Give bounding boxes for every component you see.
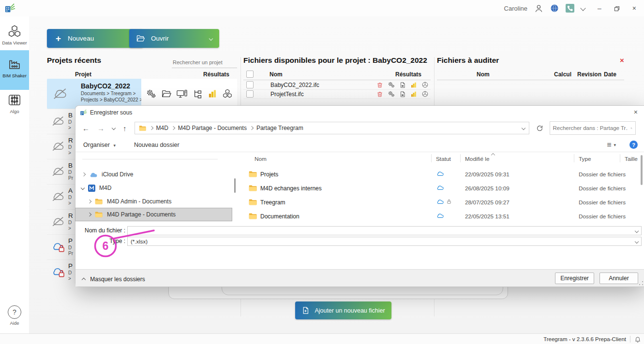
nav-forward-icon[interactable]: → — [97, 124, 105, 132]
project-search-input[interactable] — [172, 59, 242, 66]
report-file-icon[interactable] — [399, 91, 406, 98]
folder-icon — [95, 211, 103, 218]
breadcrumb-segment[interactable]: Partage Treegram — [256, 125, 303, 131]
organiser-button[interactable]: Organiser ▾ — [83, 142, 116, 148]
viewer-3d-icon[interactable] — [421, 81, 429, 88]
list-row-m4d-echanges[interactable]: M4D echanges internes 26/08/2025 10:09 D… — [241, 181, 644, 195]
workstation-icon[interactable] — [176, 88, 188, 99]
tree-item-m4d[interactable]: M4D — [75, 181, 243, 195]
col-modifie[interactable]: Modifié le — [465, 156, 490, 162]
filename-input[interactable] — [128, 227, 635, 234]
project-path-fragment: D — [68, 144, 73, 150]
ouvrir-button[interactable]: Ouvrir — [129, 29, 219, 48]
tree-item-icloud[interactable]: iCloud Drive — [75, 168, 244, 181]
tree-scrollbar[interactable] — [234, 178, 236, 193]
add-file-button[interactable]: Ajouter un nouveau fichier — [295, 301, 391, 319]
project-initial: B — [68, 112, 73, 119]
row-modified: 22/09/2025 09:31 — [465, 171, 509, 178]
bell-icon[interactable] — [634, 336, 641, 343]
minimize-button[interactable]: – — [595, 4, 604, 12]
file-row[interactable]: BabyCO2_2022.ifc — [243, 80, 431, 90]
sidebar-item-algo[interactable]: Algo — [0, 88, 29, 123]
expander-icon[interactable] — [81, 186, 85, 190]
cubes-icon[interactable] — [222, 88, 233, 99]
search-icon — [630, 125, 632, 131]
breadcrumb-segment[interactable]: M4D Partage - Documents — [178, 125, 247, 131]
folder-icon — [249, 213, 257, 220]
project-path-fragment: D — [68, 270, 73, 276]
breadcrumb-separator — [149, 126, 153, 130]
viewer-3d-icon[interactable] — [421, 90, 429, 98]
delete-trash-icon[interactable] — [376, 91, 383, 98]
col-type[interactable]: Type — [579, 156, 591, 162]
close-button[interactable]: × — [629, 4, 639, 12]
col-nom[interactable]: Nom — [255, 156, 267, 162]
combo-dropdown-icon[interactable] — [635, 239, 639, 243]
sidebar-item-aide[interactable]: ? Aide — [0, 305, 29, 333]
nav-history-icon[interactable] — [112, 126, 116, 130]
hierarchy-icon[interactable] — [193, 88, 203, 99]
results-chart-icon[interactable] — [410, 82, 417, 88]
col-statut[interactable]: Statut — [436, 156, 451, 162]
list-row-projets[interactable]: Projets 22/09/2025 09:31 Dossier de fich… — [241, 167, 644, 181]
help-icon[interactable]: ? — [629, 141, 638, 149]
app-logo-icon — [80, 109, 87, 116]
row-checkbox[interactable] — [246, 90, 254, 98]
hide-folders-button[interactable]: Masquer les dossiers — [82, 276, 145, 283]
abacus-icon — [7, 93, 22, 107]
user-icon[interactable] — [534, 4, 543, 13]
close-panel-icon[interactable]: × — [620, 56, 624, 64]
settings-gears-icon[interactable] — [146, 88, 156, 99]
list-row-treegram[interactable]: Treegram 28/07/2025 09:27 Dossier de fic… — [241, 195, 644, 209]
folder-icon — [249, 171, 257, 178]
phone-icon[interactable] — [566, 4, 574, 13]
open-folder-icon[interactable] — [161, 88, 172, 99]
cloud-offline-icon — [51, 191, 65, 202]
dialog-search-input[interactable] — [550, 125, 630, 131]
filetype-field[interactable]: (*.xlsx) — [127, 237, 642, 246]
project-search[interactable] — [172, 57, 237, 68]
chevron-down-icon[interactable]: ▾ — [614, 143, 616, 147]
sidebar-item-data-viewer[interactable]: Data Viewer — [0, 22, 29, 54]
sidebar-item-bim-shaker[interactable]: BIM Shaker — [0, 50, 29, 90]
filename-field[interactable] — [127, 226, 642, 235]
col-taille[interactable]: Taille — [625, 156, 638, 162]
view-list-icon[interactable]: ≡ — [607, 141, 611, 149]
nav-back-icon[interactable]: ← — [82, 124, 90, 132]
new-folder-button[interactable]: Nouveau dossier — [134, 142, 180, 148]
combo-dropdown-icon[interactable] — [635, 229, 639, 232]
project-initial: B — [68, 162, 73, 170]
refresh-icon[interactable] — [536, 125, 543, 132]
resize-grip[interactable] — [639, 281, 644, 286]
list-scrollbar[interactable] — [641, 155, 643, 185]
row-checkbox[interactable] — [246, 81, 254, 88]
expander-icon[interactable] — [88, 213, 91, 216]
breadcrumb[interactable]: M4D M4D Partage - Documents Partage Tree… — [135, 122, 529, 134]
project-path-fragment: > — [68, 201, 73, 206]
save-button[interactable]: Enregistrer — [555, 272, 594, 284]
breadcrumb-segment[interactable]: M4D — [156, 125, 168, 131]
expander-icon[interactable] — [88, 200, 91, 203]
settings-gears-icon[interactable] — [388, 90, 395, 98]
settings-gears-icon[interactable] — [388, 81, 395, 88]
globe-icon[interactable] — [550, 4, 559, 13]
list-row-documentation[interactable]: Documentation 22/05/2025 13:51 Dossier d… — [241, 209, 644, 223]
nav-up-icon[interactable]: ↑ — [123, 124, 127, 132]
results-chart-icon[interactable] — [208, 89, 217, 99]
project-row-selected[interactable]: BabyCO2_2022 Documents > Treegram > Proj… — [47, 79, 237, 109]
row-name: Projets — [260, 171, 278, 178]
dialog-close-icon[interactable]: × — [634, 108, 638, 116]
select-all-checkbox[interactable] — [246, 71, 254, 79]
report-file-icon[interactable] — [399, 82, 406, 88]
maximize-button[interactable] — [611, 4, 623, 12]
delete-trash-icon[interactable] — [376, 82, 383, 88]
tree-item-m4d-partage[interactable]: M4D Partage - Documents — [75, 208, 232, 221]
address-dropdown-icon[interactable] — [521, 126, 525, 130]
cancel-button[interactable]: Annuler — [599, 272, 638, 284]
results-chart-icon[interactable] — [410, 91, 417, 98]
tree-item-m4d-admin[interactable]: M4D Admin - Documents — [75, 195, 250, 208]
file-row[interactable]: ProjetTest.ifc — [243, 89, 431, 99]
expander-icon[interactable] — [82, 172, 86, 176]
dialog-search[interactable] — [550, 121, 636, 135]
chevron-down-icon[interactable] — [580, 5, 585, 11]
